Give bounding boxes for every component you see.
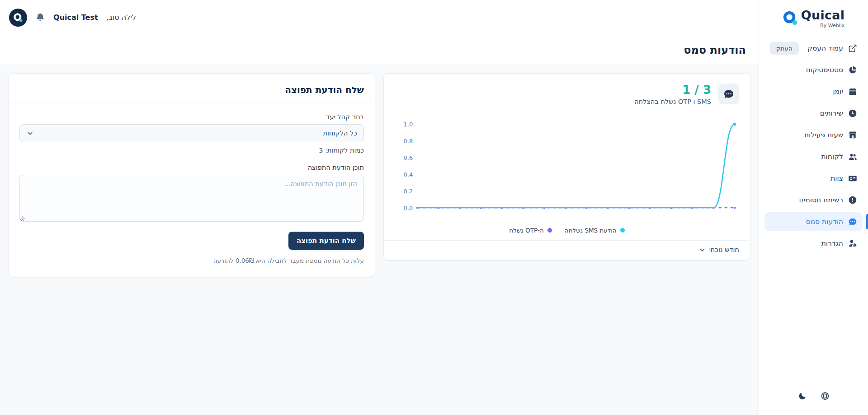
sidebar-item-business-hours[interactable]: שעות פעילות bbox=[764, 126, 863, 145]
dark-mode-button[interactable] bbox=[794, 388, 811, 404]
id-card-icon bbox=[848, 174, 857, 183]
sidebar-item-label: צוות bbox=[830, 174, 843, 182]
chevron-down-icon bbox=[26, 130, 34, 137]
brand-byline: By Weblix bbox=[801, 23, 845, 28]
chevron-down-icon bbox=[698, 246, 706, 254]
sidebar-item-label: סטטיסטיקות bbox=[806, 66, 843, 74]
sidebar-item-label: יומן bbox=[833, 88, 843, 96]
sidebar-item-settings[interactable]: הגדרות bbox=[764, 234, 863, 253]
sidebar-item-statistics[interactable]: סטטיסטיקות bbox=[764, 61, 863, 79]
period-select[interactable]: חודש נוכחי bbox=[698, 246, 739, 254]
audience-select[interactable]: כל הלקוחות bbox=[19, 124, 364, 142]
sms-count-subtitle: SMS ו OTP נשלח בהצלחה bbox=[634, 98, 711, 105]
chat-icon bbox=[848, 217, 857, 226]
chart-card-footer: חודש נוכחי bbox=[384, 240, 750, 260]
sidebar-nav: עמוד העסקהעתקסטטיסטיקותיומןשירותיםשעות פ… bbox=[759, 33, 868, 259]
svg-text:0.0: 0.0 bbox=[403, 204, 413, 211]
copy-business-page-button[interactable]: העתק bbox=[770, 42, 799, 55]
chart-legend: הודעת SMS נשלחהה-OTP נשלח bbox=[395, 227, 739, 234]
broadcast-form-card: שלח הודעת תפוצה בחר קהל יעד כל הלקוחות כ… bbox=[8, 73, 375, 277]
chat-icon bbox=[718, 84, 739, 104]
stats-header: 1 / 3 SMS ו OTP נשלח בהצלחה bbox=[395, 84, 739, 105]
external-link-icon bbox=[848, 44, 857, 53]
sms-count: 1 / 3 bbox=[634, 84, 711, 97]
sidebar-item-business-page[interactable]: עמוד העסקהעתק bbox=[764, 39, 863, 58]
send-broadcast-button[interactable]: שלח הודעת תפוצה bbox=[288, 232, 364, 250]
users-icon bbox=[848, 152, 857, 161]
sidebar-item-label: עמוד העסק bbox=[807, 44, 843, 52]
svg-text:0.2: 0.2 bbox=[403, 187, 413, 194]
legend-dot-icon bbox=[620, 228, 625, 233]
content: 1 / 3 SMS ו OTP נשלח בהצלחה 1.00.80.60.4… bbox=[0, 65, 759, 415]
svg-text:0.4: 0.4 bbox=[403, 171, 413, 177]
audience-count: כמות לקוחות: 3 bbox=[19, 147, 364, 154]
quical-logo-icon bbox=[783, 10, 798, 26]
sidebar-item-label: הגדרות bbox=[821, 239, 843, 247]
divider bbox=[9, 103, 375, 103]
storefront-icon bbox=[848, 131, 857, 140]
notifications-bell-icon[interactable] bbox=[35, 13, 45, 23]
quical-logo-icon bbox=[13, 13, 23, 23]
legend-label: הודעת SMS נשלחה bbox=[565, 227, 617, 234]
page-title: הודעות סמס bbox=[684, 44, 746, 56]
form-title: שלח הודעת תפוצה bbox=[19, 84, 364, 95]
main: לילה טוב, Quical Test הודעות סמס 1 / 3 S… bbox=[0, 0, 759, 415]
sidebar-item-blocked-list[interactable]: רשימת חסומים bbox=[764, 191, 863, 210]
audience-label: בחר קהל יעד bbox=[19, 113, 364, 121]
period-label: חודש נוכחי bbox=[709, 246, 739, 253]
app-root: Quical By Weblix עמוד העסקהעתקסטטיסטיקות… bbox=[0, 0, 868, 415]
brand-name: Quical bbox=[801, 9, 845, 21]
sidebar-item-label: שעות פעילות bbox=[804, 131, 843, 139]
moon-icon bbox=[798, 392, 807, 401]
sidebar: Quical By Weblix עמוד העסקהעתקסטטיסטיקות… bbox=[759, 0, 868, 415]
svg-text:0.6: 0.6 bbox=[403, 154, 413, 161]
alert-circle-icon bbox=[848, 196, 857, 205]
legend-item: הודעת SMS נשלחה bbox=[565, 227, 625, 234]
legend-item: ה-OTP נשלח bbox=[509, 227, 552, 234]
sidebar-item-label: לקוחות bbox=[821, 153, 843, 161]
sidebar-item-customers[interactable]: לקוחות bbox=[764, 147, 863, 166]
submit-row: שלח הודעת תפוצה bbox=[19, 232, 364, 250]
clock-icon bbox=[848, 109, 857, 118]
user-gear-icon bbox=[848, 239, 857, 248]
sidebar-item-label: רשימת חסומים bbox=[799, 196, 843, 204]
account-name: Quical Test bbox=[53, 13, 98, 22]
sms-line-chart: 1.00.80.60.40.20.0 bbox=[395, 118, 739, 223]
cost-footnote: עלות כל הודעה נוספת מעבר לחבילה היא 0.06… bbox=[19, 257, 364, 264]
sms-stats-card: 1 / 3 SMS ו OTP נשלח בהצלחה 1.00.80.60.4… bbox=[383, 73, 750, 261]
sidebar-item-team[interactable]: צוות bbox=[764, 169, 863, 188]
language-button[interactable] bbox=[817, 388, 833, 404]
globe-icon bbox=[821, 392, 830, 401]
cards-row: 1 / 3 SMS ו OTP נשלח בהצלחה 1.00.80.60.4… bbox=[8, 73, 750, 277]
sidebar-item-label: שירותים bbox=[820, 109, 843, 117]
svg-text:0.8: 0.8 bbox=[403, 137, 413, 144]
pie-chart-icon bbox=[848, 65, 857, 75]
message-label: תוכן הודעת התפוצה bbox=[19, 164, 364, 171]
sidebar-item-sms-messages[interactable]: הודעות סמס bbox=[764, 212, 863, 231]
sidebar-footer bbox=[759, 379, 868, 415]
message-input[interactable] bbox=[19, 175, 364, 222]
legend-dot-icon bbox=[547, 228, 552, 233]
greeting-text: לילה טוב, bbox=[106, 13, 136, 22]
topbar: לילה טוב, Quical Test bbox=[0, 0, 759, 35]
audience-select-value: כל הלקוחות bbox=[323, 130, 357, 137]
sidebar-item-calendar[interactable]: יומן bbox=[764, 82, 863, 101]
calendar-icon bbox=[848, 87, 857, 96]
page-title-bar: הודעות סמס bbox=[0, 35, 759, 65]
legend-label: ה-OTP נשלח bbox=[509, 227, 543, 234]
message-input-wrap bbox=[19, 175, 364, 222]
svg-text:1.0: 1.0 bbox=[403, 121, 413, 127]
avatar[interactable] bbox=[9, 9, 27, 27]
brand: Quical By Weblix bbox=[759, 0, 868, 33]
sidebar-item-label: הודעות סמס bbox=[806, 218, 844, 226]
sidebar-item-services[interactable]: שירותים bbox=[764, 104, 863, 123]
